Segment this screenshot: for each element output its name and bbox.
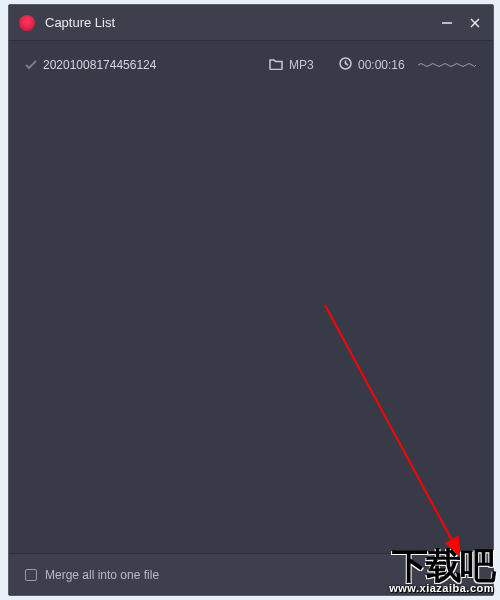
duration-label: 00:00:16 [358,58,405,72]
format-label: MP3 [289,58,314,72]
capture-list: 20201008174456124 MP3 00:00:16 [9,41,493,553]
checkmark-icon[interactable] [25,60,43,70]
footer: Merge all into one file [9,553,493,595]
waveform-icon [417,59,477,71]
window-controls [439,15,483,31]
merge-label: Merge all into one file [45,568,159,582]
app-icon [19,15,35,31]
list-item[interactable]: 20201008174456124 MP3 00:00:16 [9,49,493,81]
clock-icon [339,57,352,73]
window-title: Capture List [45,15,439,30]
checkbox-box-icon [25,569,37,581]
merge-checkbox[interactable]: Merge all into one file [25,568,159,582]
close-button[interactable] [467,15,483,31]
item-format[interactable]: MP3 [269,58,339,73]
item-duration: 00:00:16 [339,57,417,73]
minimize-button[interactable] [439,15,455,31]
folder-icon [269,58,283,73]
titlebar[interactable]: Capture List [9,5,493,41]
item-filename: 20201008174456124 [43,58,269,72]
capture-list-window: Capture List 20201008174456124 MP3 [8,4,494,596]
